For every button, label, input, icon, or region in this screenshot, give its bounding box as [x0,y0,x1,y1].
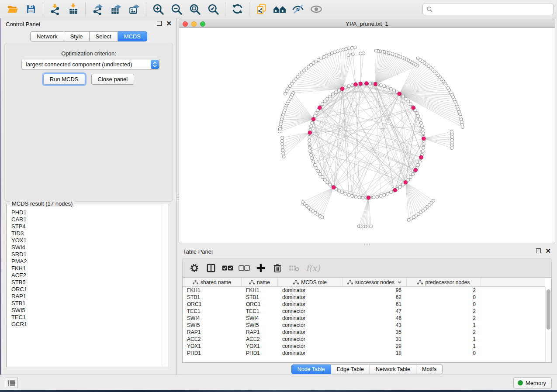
run-mcds-button[interactable]: Run MCDS [43,74,85,85]
table-scrollbar[interactable] [545,287,551,362]
tab-select[interactable]: Select [90,31,118,41]
export-table-icon[interactable] [107,1,125,17]
zoom-in-icon[interactable] [149,1,167,17]
open-folder-icon[interactable] [3,1,22,17]
mcds-node: TEC1 [11,314,160,321]
mcds-node: STB1 [11,300,160,307]
tab-edge-table[interactable]: Edge Table [331,364,370,374]
network-graph[interactable] [179,28,555,243]
show-hidden-eye-icon[interactable] [307,1,325,17]
tab-style[interactable]: Style [64,31,90,41]
tab-node-table[interactable]: Node Table [291,364,331,374]
table-row[interactable]: STB1STB1dominator620 [183,294,545,301]
toolbar-separator [249,3,249,16]
table-cell: ACE2 [183,336,242,342]
table-row[interactable]: SWI4SWI4dominator462 [183,315,545,322]
hide-selected-eye-icon[interactable] [289,1,307,17]
table-header-row: shared namenameMCDS rolesuccessor nodesp… [183,278,545,287]
table-cell: 18 [343,350,407,356]
table-row[interactable]: SWI5SWI5connector431 [183,322,545,329]
table-cell: RAP1 [242,329,278,335]
float-panel-icon[interactable] [536,248,541,253]
table-cell: RAP1 [183,329,242,335]
table-cell: 2 [407,308,481,314]
criterion-dropdown[interactable]: largest connected component (undirected) [21,59,160,70]
table-row[interactable]: TEC1TEC1connector472 [183,308,545,315]
minimize-window-icon[interactable] [191,21,197,27]
column-header-MCDS-role[interactable]: MCDS role [278,278,343,286]
search-icon [426,6,433,13]
import-network-icon[interactable] [46,1,64,17]
table-cell: 1 [407,336,481,342]
mcds-node: ACE2 [11,272,160,279]
delete-table-icon[interactable] [287,261,301,275]
column-header-name[interactable]: name [242,278,278,286]
table-cell: 62 [343,294,407,300]
table-cell: TEC1 [242,308,278,314]
table-cell: ACE2 [242,336,278,342]
table-row[interactable]: FKH1FKH1dominator962 [183,287,545,294]
show-all-houses-icon[interactable] [270,1,289,17]
mcds-node: SWI5 [11,307,160,314]
network-window-titlebar[interactable]: YPA_prune.txt_1 [179,20,555,28]
deselect-all-columns-icon[interactable] [238,261,251,275]
save-icon[interactable] [22,1,40,17]
table-cell: SWI5 [183,322,242,328]
table-cell: 1 [407,343,481,349]
table-row[interactable]: RAP1RAP1dominator352 [183,329,545,336]
mcds-result-list[interactable]: PHD1CAR1STP4TID3YOX1SWI4SRD1PMA2FKH1ACE2… [8,206,160,365]
mcds-list-scrollbar[interactable] [161,206,166,365]
scrollbar-thumb[interactable] [547,289,550,330]
close-window-icon[interactable] [183,21,188,27]
table-cell: 2 [407,315,481,321]
column-header-predecessor-nodes[interactable]: predecessor nodes [407,278,481,286]
select-all-columns-icon[interactable] [221,261,234,275]
tab-mcds[interactable]: MCDS [118,31,147,41]
column-header-shared-name[interactable]: shared name [183,278,242,286]
mcds-node: PHD1 [11,209,160,216]
table-row[interactable]: ORC1ORC1dominator610 [183,301,545,308]
close-panel-button[interactable]: Close panel [91,74,135,85]
table-settings-gear-icon[interactable] [188,261,201,275]
create-column-plus-icon[interactable] [254,261,267,275]
zoom-selected-icon[interactable] [204,1,222,17]
tab-network-table[interactable]: Network Table [370,364,416,374]
tab-motifs[interactable]: Motifs [416,364,443,374]
export-image-icon[interactable] [125,1,143,17]
import-table-icon[interactable] [64,1,83,17]
export-network-icon[interactable] [88,1,107,17]
mcds-node: FKH1 [11,265,160,272]
node-table: shared namenameMCDS rolesuccessor nodesp… [182,278,552,363]
table-cell: 0 [407,294,481,300]
control-panel-tabs: NetworkStyleSelectMCDS [1,31,176,41]
toolbar-search [422,3,554,15]
toolbar-separator [43,3,43,16]
zoom-fit-icon[interactable] [186,1,204,17]
table-cell: dominator [278,301,343,307]
toolbar-separator [85,3,86,16]
table-row[interactable]: YOX1YOX1connector291 [183,343,545,350]
zoom-out-icon[interactable] [167,1,186,17]
table-panel: Table Panel ✕ [179,246,555,375]
table-cell: ORC1 [242,301,278,307]
show-column-panel-icon[interactable] [204,261,218,275]
task-history-icon[interactable] [5,378,18,388]
mcds-node: CAR1 [11,216,160,223]
zoom-window-icon[interactable] [200,21,205,27]
table-cell: dominator [278,315,343,321]
refresh-icon[interactable] [228,1,246,17]
float-panel-icon[interactable] [157,21,162,26]
search-input[interactable] [433,6,550,13]
delete-column-trash-icon[interactable] [271,261,284,275]
tab-network[interactable]: Network [30,31,64,41]
column-header-successor-nodes[interactable]: successor nodes [343,278,407,286]
close-panel-icon[interactable]: ✕ [545,248,551,253]
function-builder-icon[interactable]: f(x) [306,263,320,273]
memory-button[interactable]: Memory [513,377,552,389]
table-cell: ORC1 [183,301,242,307]
table-row[interactable]: PHD1PHD1dominator180 [183,350,545,357]
close-panel-icon[interactable]: ✕ [166,21,172,26]
table-row[interactable]: ACE2ACE2connector311 [183,336,545,343]
table-cell: FKH1 [242,287,278,293]
clone-network-icon[interactable] [252,1,270,17]
